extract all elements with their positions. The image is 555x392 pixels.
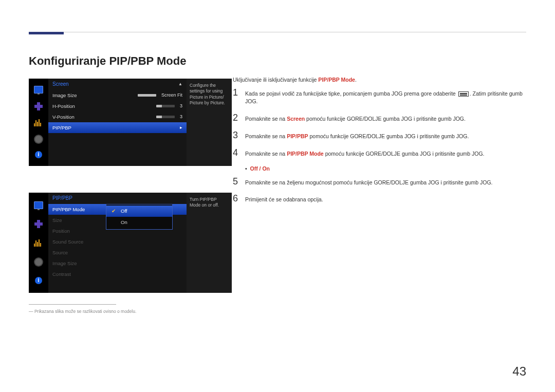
info-icon: i: [35, 277, 42, 284]
gear-icon: [35, 136, 42, 143]
osd-row-source: Source: [48, 247, 187, 258]
page-title: Konfiguriranje PIP/PBP Mode: [29, 54, 526, 68]
osd-row-v-position: V-Position 3: [48, 111, 187, 122]
osd-row-image-size: Image Size Screen Fit: [48, 90, 187, 101]
step-number: 2: [233, 113, 245, 123]
up-arrow-icon: ▲: [178, 79, 182, 90]
intro-text: Uključivanje ili isključivanje funkcije …: [233, 77, 526, 83]
info-icon: i: [35, 151, 42, 158]
osd-row-value: 3: [156, 103, 182, 108]
osd-row-value: Screen Fit: [138, 92, 182, 98]
osd-row-label: H-Position: [52, 103, 75, 109]
osd-popup: ✔ Off On: [106, 204, 173, 230]
menu-icon: [458, 91, 469, 97]
chevron-right-icon: ▸: [180, 125, 182, 130]
step-text: Pomaknite se na PIP/PBP pomoću funkcije …: [245, 130, 526, 141]
osd-row-sound-source: Sound Source: [48, 236, 187, 247]
osd-row-contrast: Contrast: [48, 269, 187, 279]
footnote: ― Prikazana slika može se razlikovati ov…: [29, 309, 232, 314]
top-accent-bar: [29, 32, 64, 34]
step-number: 1: [233, 88, 245, 98]
osd-row-label: Image Size: [52, 260, 77, 266]
osd-description: Configure the settings for using Picture…: [187, 79, 232, 166]
popup-option-label: On: [121, 219, 127, 225]
osd-row-value: 3: [156, 114, 182, 119]
step-text: Pomaknite se na Screen pomoću funkcije G…: [245, 113, 526, 123]
eq-icon: [34, 239, 43, 247]
step-number: 5: [233, 177, 245, 187]
step-6: 6 Primijenit će se odabrana opcija.: [233, 194, 526, 204]
step-text: Pomaknite se na željenu mogućnost pomoću…: [245, 177, 526, 187]
popup-option-label: Off: [121, 208, 127, 214]
footnote-separator: [29, 304, 116, 305]
osd-row-label: Position: [52, 228, 70, 234]
step-text: Kada se pojavi vodič za funkcijske tipke…: [245, 88, 526, 106]
osd-screenshot-pip-pbp: i PIP/PBP PIP/PBP Mode Size Position Sou…: [29, 193, 232, 293]
osd-row-label: Size: [52, 217, 62, 223]
popup-option-on: On: [106, 217, 172, 228]
osd-row-label: Image Size: [52, 92, 77, 98]
step-4: 4 Pomaknite se na PIP/PBP Mode pomoću fu…: [233, 148, 526, 158]
monitor-icon: [34, 201, 43, 209]
osd-panel: Screen ▲ Image Size Screen Fit H-Positio…: [48, 79, 187, 166]
dpad-icon: [34, 220, 43, 228]
osd-row-label: V-Position: [52, 114, 75, 120]
options-list: • Off / On: [245, 165, 526, 172]
osd-row-image-size: Image Size: [48, 258, 187, 269]
step-3: 3 Pomaknite se na PIP/PBP pomoću funkcij…: [233, 130, 526, 141]
osd-sidebar: i: [29, 193, 48, 293]
eq-icon: [34, 119, 43, 127]
step-1: 1 Kada se pojavi vodič za funkcijske tip…: [233, 88, 526, 106]
osd-row-label: Contrast: [52, 271, 71, 277]
step-2: 2 Pomaknite se na Screen pomoću funkcije…: [233, 113, 526, 123]
monitor-icon: [34, 86, 43, 94]
osd-description: Turn PIP/PBP Mode on or off.: [187, 193, 232, 293]
page-number: 43: [512, 364, 526, 379]
top-separator: [29, 32, 526, 32]
osd-row-label: Sound Source: [52, 239, 83, 245]
osd-title: Screen: [52, 79, 69, 90]
osd-panel: PIP/PBP PIP/PBP Mode Size Position Sound…: [48, 193, 187, 293]
step-number: 6: [233, 194, 245, 204]
osd-row-h-position: H-Position 3: [48, 101, 187, 111]
osd-row-pip-pbp: PIP/PBP ▸: [48, 122, 187, 133]
osd-row-label: PIP/PBP: [52, 125, 71, 130]
step-number: 3: [233, 130, 245, 141]
popup-option-off: ✔ Off: [106, 206, 172, 217]
step-text: Primijenit će se odabrana opcija.: [245, 194, 526, 204]
osd-sidebar: i: [29, 79, 48, 166]
dpad-icon: [34, 102, 43, 110]
check-icon: ✔: [112, 208, 117, 214]
osd-screenshot-screen: i Screen ▲ Image Size Screen Fit H-Posit…: [29, 79, 232, 166]
step-5: 5 Pomaknite se na željenu mogućnost pomo…: [233, 177, 526, 187]
step-number: 4: [233, 148, 245, 158]
gear-icon: [35, 258, 42, 266]
osd-row-label: Source: [52, 250, 68, 255]
step-text: Pomaknite se na PIP/PBP Mode pomoću funk…: [245, 148, 526, 158]
osd-row-label: PIP/PBP Mode: [52, 207, 85, 212]
osd-title: PIP/PBP: [52, 193, 72, 204]
